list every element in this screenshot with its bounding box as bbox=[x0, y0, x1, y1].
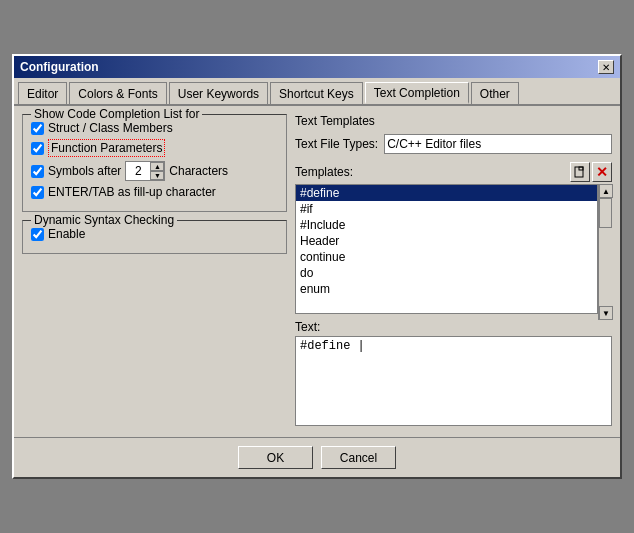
template-item-header[interactable]: Header bbox=[296, 233, 597, 249]
struct-class-row: Struct / Class Members bbox=[31, 121, 278, 135]
configuration-dialog: Configuration ✕ Editor Colors & Fonts Us… bbox=[12, 54, 622, 479]
window-title: Configuration bbox=[20, 60, 99, 74]
svg-rect-1 bbox=[579, 167, 583, 170]
tab-colors-fonts[interactable]: Colors & Fonts bbox=[69, 82, 166, 104]
templates-scrollbar[interactable]: ▲ ▼ bbox=[598, 184, 612, 320]
symbols-spinner-input[interactable] bbox=[126, 163, 150, 179]
cancel-button[interactable]: Cancel bbox=[321, 446, 396, 469]
text-templates-title: Text Templates bbox=[295, 114, 375, 128]
enable-checkbox[interactable] bbox=[31, 228, 44, 241]
enter-tab-row: ENTER/TAB as fill-up character bbox=[31, 185, 278, 199]
template-item-do[interactable]: do bbox=[296, 265, 597, 281]
title-bar: Configuration ✕ bbox=[14, 56, 620, 78]
templates-actions: ✕ bbox=[570, 162, 612, 182]
right-panel: Text Templates Text File Types: C/C++ Ed… bbox=[295, 114, 612, 429]
symbols-after-label: Symbols after bbox=[48, 164, 121, 178]
function-params-label: Function Parameters bbox=[48, 139, 165, 157]
characters-label: Characters bbox=[169, 164, 228, 178]
template-item-enum[interactable]: enum bbox=[296, 281, 597, 297]
ok-button[interactable]: OK bbox=[238, 446, 313, 469]
struct-class-label: Struct / Class Members bbox=[48, 121, 173, 135]
symbols-checkbox[interactable] bbox=[31, 165, 44, 178]
tab-editor[interactable]: Editor bbox=[18, 82, 67, 104]
text-section-label: Text: bbox=[295, 320, 612, 334]
template-item-if[interactable]: #if bbox=[296, 201, 597, 217]
tabs-bar: Editor Colors & Fonts User Keywords Shor… bbox=[14, 78, 620, 106]
enable-row: Enable bbox=[31, 227, 278, 241]
dynamic-syntax-group: Dynamic Syntax Checking Enable bbox=[22, 220, 287, 254]
tab-other[interactable]: Other bbox=[471, 82, 519, 104]
symbols-row: Symbols after ▲ ▼ Characters bbox=[31, 161, 278, 181]
tab-text-completion[interactable]: Text Completion bbox=[365, 82, 469, 104]
content-area: Show Code Completion List for Struct / C… bbox=[14, 106, 620, 437]
template-item-include[interactable]: #Include bbox=[296, 217, 597, 233]
enable-label: Enable bbox=[48, 227, 85, 241]
scroll-track bbox=[599, 198, 612, 306]
left-panel: Show Code Completion List for Struct / C… bbox=[22, 114, 287, 429]
templates-header: Templates: ✕ bbox=[295, 162, 612, 182]
file-types-row: Text File Types: C/C++ Editor files bbox=[295, 134, 612, 154]
show-code-group-label: Show Code Completion List for bbox=[31, 107, 202, 121]
spinner-buttons: ▲ ▼ bbox=[150, 162, 164, 180]
file-types-select[interactable]: C/C++ Editor files bbox=[384, 134, 612, 154]
new-template-button[interactable] bbox=[570, 162, 590, 182]
new-icon bbox=[574, 166, 586, 178]
spinner-down-button[interactable]: ▼ bbox=[150, 171, 164, 180]
template-item-continue[interactable]: continue bbox=[296, 249, 597, 265]
templates-label: Templates: bbox=[295, 165, 353, 179]
file-types-dropdown-container: C/C++ Editor files bbox=[384, 134, 612, 154]
function-params-checkbox[interactable] bbox=[31, 142, 44, 155]
show-code-completion-group: Show Code Completion List for Struct / C… bbox=[22, 114, 287, 212]
file-types-label: Text File Types: bbox=[295, 137, 378, 151]
spinner-up-button[interactable]: ▲ bbox=[150, 162, 164, 171]
dynamic-syntax-label: Dynamic Syntax Checking bbox=[31, 213, 177, 227]
text-editor[interactable]: #define | bbox=[295, 336, 612, 426]
template-item-define[interactable]: #define bbox=[296, 185, 597, 201]
scroll-down-arrow[interactable]: ▼ bbox=[599, 306, 613, 320]
templates-list[interactable]: #define #if #Include Header continue do … bbox=[295, 184, 598, 314]
close-button[interactable]: ✕ bbox=[598, 60, 614, 74]
enter-tab-label: ENTER/TAB as fill-up character bbox=[48, 185, 216, 199]
enter-tab-checkbox[interactable] bbox=[31, 186, 44, 199]
bottom-bar: OK Cancel bbox=[14, 437, 620, 477]
symbols-spinner: ▲ ▼ bbox=[125, 161, 165, 181]
templates-list-container: #define #if #Include Header continue do … bbox=[295, 184, 612, 320]
function-params-row: Function Parameters bbox=[31, 139, 278, 157]
scroll-thumb[interactable] bbox=[599, 198, 612, 228]
delete-template-button[interactable]: ✕ bbox=[592, 162, 612, 182]
struct-class-checkbox[interactable] bbox=[31, 122, 44, 135]
scroll-up-arrow[interactable]: ▲ bbox=[599, 184, 613, 198]
tab-shortcut-keys[interactable]: Shortcut Keys bbox=[270, 82, 363, 104]
tab-user-keywords[interactable]: User Keywords bbox=[169, 82, 268, 104]
